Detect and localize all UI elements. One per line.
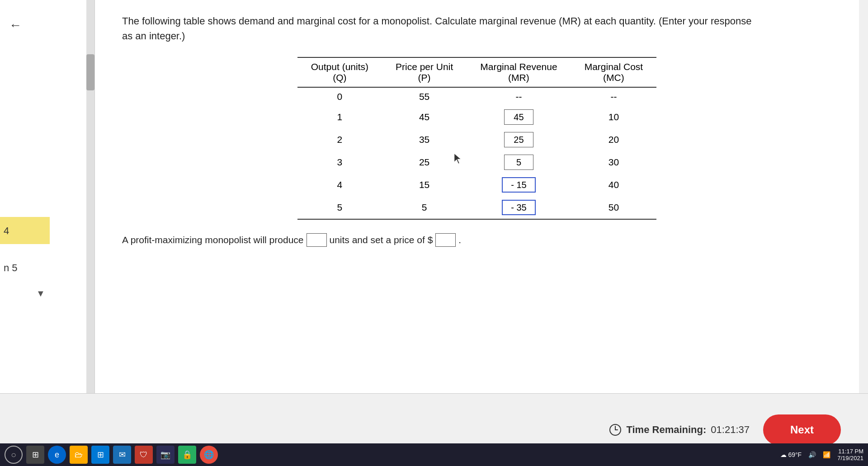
mr-input-3[interactable] [504, 155, 533, 170]
taskbar-store[interactable]: ⊞ [91, 446, 109, 464]
taskbar-app2[interactable]: 📷 [156, 446, 175, 464]
profit-suffix: . [458, 235, 461, 245]
profit-units-label: units and set a price of $ [330, 235, 433, 245]
scrollbar-track [86, 0, 94, 393]
next-button[interactable]: Next [763, 414, 841, 445]
taskbar-widgets[interactable]: ⊞ [26, 446, 44, 464]
profit-prefix: A profit-maximizing monopolist will prod… [122, 235, 304, 245]
table-row: 3 25 30 [297, 151, 656, 174]
data-table: Output (units)(Q) Price per Unit(P) Marg… [297, 57, 656, 220]
taskbar-mail[interactable]: ✉ [113, 446, 131, 464]
cell-q0: 0 [297, 87, 382, 106]
cell-p0: 55 [382, 87, 467, 106]
taskbar: ○ ⊞ e 🗁 ⊞ ✉ 🛡 📷 🔒 🌐 ☁ 69°F 🔊 📶 11:17 PM … [0, 443, 868, 466]
cell-mr1 [467, 106, 571, 128]
cell-mc1: 10 [571, 106, 657, 128]
timer-label: Time Remaining: [626, 424, 706, 436]
timer-value: 01:21:37 [711, 424, 750, 436]
cell-p5: 5 [382, 196, 467, 219]
col-header-mr: Marginal Revenue(MR) [467, 57, 571, 87]
sidebar: ← 4 n 5 ▼ [0, 0, 95, 393]
table-row: 2 35 20 [297, 128, 656, 151]
cell-mr2 [467, 128, 571, 151]
profit-units-input[interactable] [307, 233, 327, 247]
question-text: The following table shows demand and mar… [122, 14, 755, 43]
mr-input-4[interactable] [502, 177, 536, 193]
taskbar-wifi[interactable]: 📶 [823, 451, 830, 458]
taskbar-app3[interactable]: 🔒 [178, 446, 196, 464]
col-header-q: Output (units)(Q) [297, 57, 382, 87]
mr-input-2[interactable] [504, 132, 533, 147]
cell-mc4: 40 [571, 174, 657, 196]
table-row: 0 55 -- -- [297, 87, 656, 106]
sidebar-note-text1: 4 [0, 225, 50, 237]
main-content: The following table shows demand and mar… [95, 0, 859, 393]
cell-q4: 4 [297, 174, 382, 196]
cell-mr4 [467, 174, 571, 196]
table-row: 1 45 10 [297, 106, 656, 128]
taskbar-app1[interactable]: 🛡 [135, 446, 153, 464]
cell-mr5 [467, 196, 571, 219]
mr-input-5[interactable] [502, 200, 536, 215]
taskbar-clock[interactable]: 11:17 PM 7/19/2021 [837, 448, 863, 461]
cell-q1: 1 [297, 106, 382, 128]
profit-statement: A profit-maximizing monopolist will prod… [122, 233, 832, 247]
profit-price-input[interactable] [435, 233, 456, 247]
cell-q3: 3 [297, 151, 382, 174]
scrollbar-thumb[interactable] [86, 54, 94, 90]
cell-mc5: 50 [571, 196, 657, 219]
taskbar-chrome[interactable]: 🌐 [200, 446, 218, 464]
cell-mc3: 30 [571, 151, 657, 174]
sidebar-note-text2: n 5 [0, 262, 50, 274]
back-button[interactable]: ← [9, 18, 22, 33]
taskbar-system-tray: ☁ 69°F 🔊 📶 11:17 PM 7/19/2021 [780, 448, 863, 461]
cell-p2: 35 [382, 128, 467, 151]
timer-icon [609, 424, 622, 436]
cell-mc0: -- [571, 87, 657, 106]
cell-mr0: -- [467, 87, 571, 106]
col-header-p: Price per Unit(P) [382, 57, 467, 87]
cell-q5: 5 [297, 196, 382, 219]
col-header-mc: Marginal Cost(MC) [571, 57, 657, 87]
cell-p3: 25 [382, 151, 467, 174]
cell-q2: 2 [297, 128, 382, 151]
scroll-down-arrow[interactable]: ▼ [36, 288, 45, 299]
table-row: 5 5 50 [297, 196, 656, 219]
mr-input-1[interactable] [504, 109, 533, 125]
taskbar-edge[interactable]: e [48, 446, 66, 464]
cell-mr3 [467, 151, 571, 174]
cell-mc2: 20 [571, 128, 657, 151]
timer-section: Time Remaining: 01:21:37 [609, 424, 750, 436]
taskbar-volume[interactable]: 🔊 [808, 451, 816, 458]
taskbar-weather: ☁ 69°F [780, 451, 802, 458]
cell-p4: 15 [382, 174, 467, 196]
taskbar-search[interactable]: ○ [5, 446, 23, 464]
taskbar-explorer[interactable]: 🗁 [70, 446, 88, 464]
cell-p1: 45 [382, 106, 467, 128]
table-row: 4 15 40 [297, 174, 656, 196]
